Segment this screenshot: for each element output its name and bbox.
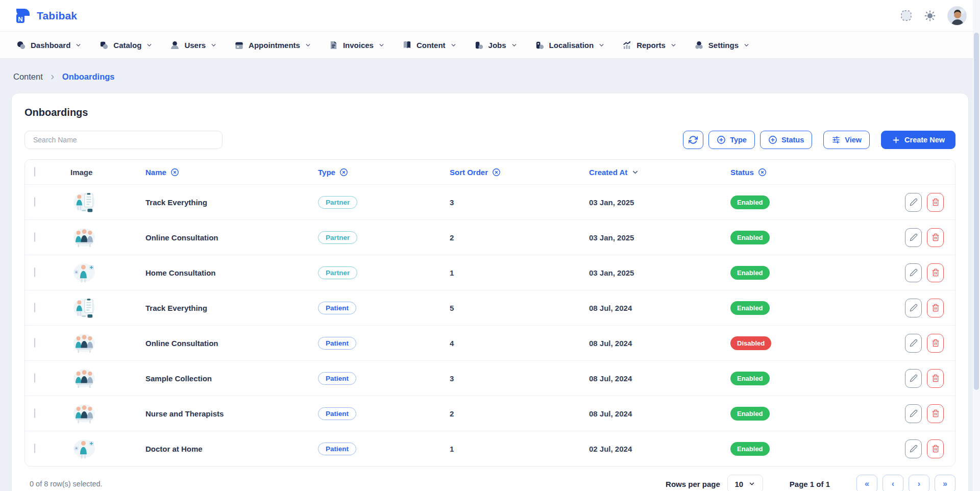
chevron-down-icon: [511, 42, 518, 48]
user-avatar[interactable]: [947, 6, 967, 26]
delete-button[interactable]: [927, 299, 944, 317]
trash-icon: [932, 339, 940, 347]
status-badge: Enabled: [730, 195, 770, 209]
chart-icon: [622, 40, 632, 50]
column-header-image: Image: [54, 168, 130, 177]
rows-per-page-value: 10: [734, 480, 743, 488]
row-checkbox[interactable]: [34, 267, 35, 277]
row-checkbox[interactable]: [34, 338, 35, 348]
filter-status-button[interactable]: Status: [760, 131, 812, 149]
nav-item-jobs[interactable]: Jobs: [474, 40, 518, 50]
column-header-type[interactable]: Type: [304, 168, 431, 177]
chevron-down-icon: [743, 42, 750, 48]
delete-button[interactable]: [927, 439, 944, 458]
column-header-sort-order[interactable]: Sort Order: [431, 168, 569, 177]
row-checkbox[interactable]: [34, 373, 35, 383]
create-new-button[interactable]: Create New: [881, 131, 955, 149]
edit-button[interactable]: [905, 369, 922, 388]
create-new-label: Create New: [904, 136, 945, 144]
nav-item-catalog[interactable]: Catalog: [99, 40, 153, 50]
row-illustration: [70, 438, 98, 459]
brand-logo[interactable]: N Tabibak: [13, 7, 77, 25]
row-created-at: 08 Jul, 2024: [569, 304, 712, 312]
nav-item-label: Content: [416, 41, 446, 50]
edit-button[interactable]: [905, 193, 922, 212]
column-header-created-at[interactable]: Created At: [569, 168, 712, 177]
row-sort-order: 1: [431, 445, 569, 453]
delete-button[interactable]: [927, 228, 944, 247]
row-created-at: 03 Jan, 2025: [569, 268, 712, 277]
filter-type-button[interactable]: Type: [708, 131, 755, 149]
edit-button[interactable]: [905, 404, 922, 423]
nav-item-localisation[interactable]: Localisation: [535, 40, 605, 50]
breadcrumb-current[interactable]: Onboardings: [62, 72, 115, 82]
delete-button[interactable]: [927, 193, 944, 212]
nav-item-dashboard[interactable]: Dashboard: [16, 40, 82, 50]
scrollbar-thumb[interactable]: [974, 33, 979, 390]
row-checkbox[interactable]: [34, 197, 35, 207]
pencil-icon: [910, 409, 918, 418]
first-page-button[interactable]: «: [856, 475, 877, 491]
chevron-down-icon: [598, 42, 605, 48]
frame-select-button[interactable]: [900, 9, 913, 22]
row-checkbox[interactable]: [34, 408, 35, 418]
brand-name: Tabibak: [37, 10, 77, 22]
chevron-down-icon: [450, 42, 457, 48]
chevron-down-icon: [75, 42, 82, 48]
sort-chevron-icon[interactable]: [631, 168, 639, 176]
clear-filter-icon[interactable]: [339, 168, 348, 177]
rows-per-page-select[interactable]: 10: [727, 475, 763, 491]
refresh-icon: [689, 135, 698, 144]
row-checkbox[interactable]: [34, 444, 35, 453]
nav-item-reports[interactable]: Reports: [622, 40, 677, 50]
nav-item-users[interactable]: Users: [170, 40, 217, 50]
nav-item-label: Users: [184, 41, 206, 50]
nav-item-appointments[interactable]: Appointments: [234, 40, 311, 50]
row-checkbox[interactable]: [34, 232, 35, 242]
nav-item-label: Localisation: [549, 41, 594, 50]
view-button[interactable]: View: [823, 131, 870, 149]
last-page-button[interactable]: »: [935, 475, 955, 491]
sliders-icon: [831, 135, 841, 144]
edit-button[interactable]: [905, 334, 922, 353]
clear-filter-icon[interactable]: [758, 168, 767, 177]
breadcrumb-parent[interactable]: Content: [13, 72, 43, 82]
delete-button[interactable]: [927, 263, 944, 282]
row-checkbox[interactable]: [34, 303, 35, 312]
select-all-checkbox[interactable]: [34, 167, 35, 177]
invoice-icon: [329, 40, 338, 50]
clear-filter-icon[interactable]: [170, 168, 179, 177]
trash-icon: [932, 304, 940, 312]
edit-button[interactable]: [905, 263, 922, 282]
nav-item-content[interactable]: Content: [402, 40, 457, 50]
column-header-name[interactable]: Name: [130, 168, 304, 177]
refresh-button[interactable]: [683, 131, 703, 149]
type-badge: Partner: [318, 231, 357, 244]
edit-button[interactable]: [905, 299, 922, 317]
page-scrollbar[interactable]: [973, 0, 980, 491]
next-page-button[interactable]: ›: [909, 475, 929, 491]
column-header-status[interactable]: Status: [712, 168, 850, 177]
pencil-icon: [910, 198, 918, 206]
edit-button[interactable]: [905, 228, 922, 247]
edit-button[interactable]: [905, 439, 922, 458]
nav-item-invoices[interactable]: Invoices: [329, 40, 385, 50]
calendar-icon: [234, 40, 244, 50]
search-input[interactable]: [24, 131, 223, 149]
status-badge: Disabled: [730, 336, 771, 350]
nav-item-label: Jobs: [488, 41, 506, 50]
clear-filter-icon[interactable]: [492, 168, 501, 177]
delete-button[interactable]: [927, 369, 944, 388]
delete-button[interactable]: [927, 334, 944, 353]
prev-page-button[interactable]: ‹: [883, 475, 903, 491]
table-row: Sample Collection Patient 3 08 Jul, 2024…: [25, 360, 955, 396]
table-row: Track Everything Partner 3 03 Jan, 2025 …: [25, 184, 955, 219]
theme-toggle-button[interactable]: [924, 10, 936, 22]
nav-item-settings[interactable]: Settings: [694, 40, 750, 50]
status-badge: Enabled: [730, 372, 770, 385]
delete-button[interactable]: [927, 404, 944, 423]
type-badge: Patient: [318, 407, 356, 420]
row-illustration: [70, 262, 98, 283]
row-created-at: 02 Jul, 2024: [569, 445, 712, 453]
plus-circle-icon: [768, 135, 777, 144]
